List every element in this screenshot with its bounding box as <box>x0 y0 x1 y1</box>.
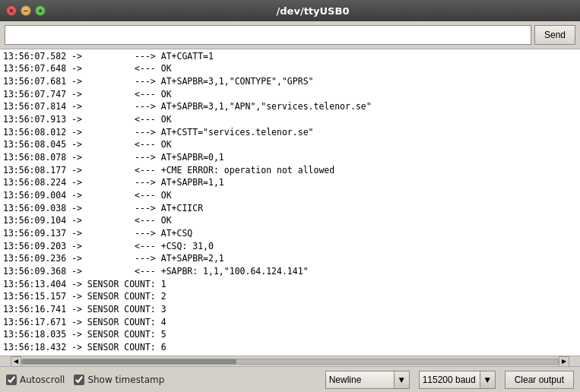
baud-select[interactable]: 300 baud 1200 baud 2400 baud 4800 baud 9… <box>419 371 480 389</box>
timestamp-checkbox[interactable] <box>74 375 84 385</box>
baud-dropdown-arrow[interactable]: ▼ <box>480 371 496 389</box>
output-line: 13:56:17.671 -> SENSOR COUNT: 4 <box>3 316 577 329</box>
autoscroll-group: Autoscroll <box>6 375 65 385</box>
newline-select[interactable]: No line ending Newline Carriage return B… <box>325 371 395 389</box>
output-line: 13:56:09.236 -> ---> AT+SAPBR=2,1 <box>3 252 577 265</box>
output-line: 13:56:15.157 -> SENSOR COUNT: 2 <box>3 290 577 303</box>
output-line: 13:56:07.582 -> ---> AT+CGATT=1 <box>3 50 577 63</box>
output-line: 13:56:09.368 -> <--- +SAPBR: 1,1,"100.64… <box>3 265 577 278</box>
output-line: 13:56:16.741 -> SENSOR COUNT: 3 <box>3 303 577 316</box>
hscroll-track[interactable] <box>21 359 559 365</box>
minimize-button[interactable]: − <box>21 5 31 16</box>
titlebar: × − + /dev/ttyUSB0 <box>0 0 580 21</box>
timestamp-label: Show timestamp <box>87 375 164 385</box>
autoscroll-checkbox[interactable] <box>6 375 17 385</box>
output-line: 13:56:09.038 -> ---> AT+CIICR <box>3 202 577 215</box>
output-line: 13:56:07.648 -> <--- OK <box>3 62 577 75</box>
statusbar: Autoscroll Show timestamp No line ending… <box>0 366 580 392</box>
output-line: 13:56:07.913 -> <--- OK <box>3 113 577 126</box>
output-line: 13:56:09.203 -> <--- +CSQ: 31,0 <box>3 240 577 253</box>
output-line: 13:56:07.747 -> <--- OK <box>3 88 577 101</box>
newline-dropdown-arrow[interactable]: ▼ <box>395 371 410 389</box>
output-line: 13:56:08.012 -> ---> AT+CSTT="services.t… <box>3 126 577 139</box>
output-line: 13:56:13.404 -> SENSOR COUNT: 1 <box>3 278 577 291</box>
output-area: 13:56:07.417 -> ---> AT+CMEE=213:56:07.4… <box>0 49 580 356</box>
autoscroll-label: Autoscroll <box>20 375 65 385</box>
output-line: 13:56:18.035 -> SENSOR COUNT: 5 <box>3 328 577 341</box>
hscroll-thumb[interactable] <box>22 359 236 364</box>
output-line: 13:56:08.045 -> <--- OK <box>3 138 577 151</box>
hscroll-right-arrow[interactable]: ▶ <box>559 356 569 367</box>
newline-dropdown-group: No line ending Newline Carriage return B… <box>325 371 410 389</box>
timestamp-group: Show timestamp <box>74 375 164 385</box>
hscroll-left-arrow[interactable]: ◀ <box>11 356 21 367</box>
output-line: 13:56:09.104 -> <--- OK <box>3 214 577 227</box>
output-line: 13:56:09.004 -> <--- OK <box>3 189 577 202</box>
baud-dropdown-group: 300 baud 1200 baud 2400 baud 4800 baud 9… <box>419 371 496 389</box>
output-line: 13:56:08.177 -> <--- +CME ERROR: operati… <box>3 164 577 177</box>
output-line: 13:56:18.432 -> SENSOR COUNT: 6 <box>3 341 577 354</box>
output-line: 13:56:09.137 -> ---> AT+CSQ <box>3 227 577 240</box>
output-line: 13:56:08.224 -> ---> AT+SAPBR=1,1 <box>3 176 577 189</box>
close-button[interactable]: × <box>6 5 17 16</box>
output-line: 13:56:07.681 -> ---> AT+SAPBR=3,1,"CONTY… <box>3 75 577 88</box>
command-input[interactable] <box>5 25 531 45</box>
output-line: 13:56:07.814 -> ---> AT+SAPBR=3,1,"APN",… <box>3 100 577 113</box>
output-wrapper: 13:56:07.417 -> ---> AT+CMEE=213:56:07.4… <box>0 49 580 356</box>
output-line: 13:56:08.078 -> ---> AT+SAPBR=0,1 <box>3 151 577 164</box>
input-bar: Send <box>0 21 580 49</box>
horizontal-scrollbar[interactable]: ◀ ▶ <box>0 356 580 366</box>
send-button[interactable]: Send <box>534 25 575 45</box>
maximize-button[interactable]: + <box>35 5 46 16</box>
clear-output-button[interactable]: Clear output <box>505 371 574 389</box>
window-controls: × − + <box>6 5 46 16</box>
window-title: /dev/ttyUSB0 <box>52 5 574 17</box>
